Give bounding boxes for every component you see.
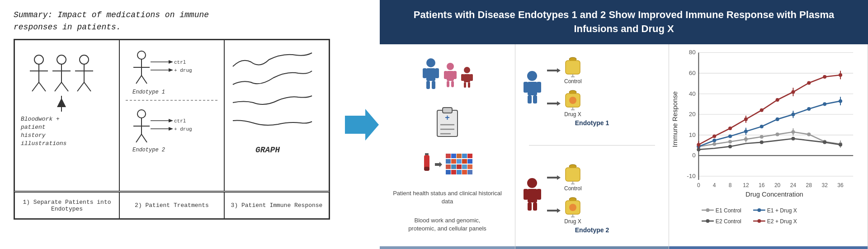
e1-ctrl-label: Control <box>564 78 582 85</box>
svg-line-9 <box>61 82 68 91</box>
svg-marker-125 <box>547 208 561 213</box>
svg-text:80: 80 <box>689 49 696 56</box>
header-text: Patients with Disease Endotypes 1 and 2 … <box>414 9 834 34</box>
endotype1-section: Control <box>522 57 662 127</box>
svg-point-199 <box>728 127 732 130</box>
bag-e1-drug <box>564 90 581 110</box>
svg-text:Endotype 2: Endotype 2 <box>132 147 165 153</box>
clipboard-svg: + <box>435 107 460 138</box>
svg-text:20: 20 <box>689 111 696 117</box>
svg-point-208 <box>706 208 709 212</box>
svg-text:36: 36 <box>837 182 844 188</box>
panel1-text-bottom: Blood work and genomic,proteomic, and ce… <box>408 216 486 233</box>
svg-marker-120 <box>547 175 561 180</box>
svg-text:28: 28 <box>806 182 812 188</box>
label-3-text: 3) Patient Immune Response <box>231 202 323 209</box>
svg-point-165 <box>728 140 732 143</box>
svg-rect-51 <box>423 68 427 78</box>
svg-rect-66 <box>468 82 470 88</box>
svg-text:+ drug: + drug <box>174 68 192 73</box>
cell3-svg: GRAPH <box>228 44 319 179</box>
svg-rect-89 <box>457 164 462 169</box>
svg-point-111 <box>569 97 576 104</box>
panel3-footer: 3. Patient Immune Response <box>669 246 868 249</box>
svg-marker-28 <box>169 60 173 64</box>
svg-point-0 <box>34 55 43 64</box>
svg-line-8 <box>55 82 61 91</box>
svg-point-217 <box>757 219 761 223</box>
svg-rect-86 <box>467 159 472 164</box>
svg-point-206 <box>839 73 842 77</box>
svg-line-4 <box>39 82 46 91</box>
label-2-text: 2) Patient Treatments <box>135 202 209 209</box>
svg-point-97 <box>527 71 537 81</box>
sketch-box: Bloodwork + patient history illustration… <box>14 39 330 220</box>
arrow-e2-ctrl <box>547 175 561 180</box>
svg-point-202 <box>776 98 779 102</box>
svg-marker-48 <box>345 109 379 141</box>
svg-text:ctrl: ctrl <box>174 60 186 65</box>
endotype1-row: Control <box>522 57 662 117</box>
bag-e2-ctrl <box>564 164 581 184</box>
svg-rect-50 <box>426 68 435 81</box>
small-arrow-svg <box>435 161 442 168</box>
svg-text:+: + <box>445 113 450 122</box>
sketch-cell-2: ctrl + drug Endotype 1 ctrl <box>119 40 224 191</box>
svg-rect-65 <box>464 82 466 88</box>
svg-rect-73 <box>425 153 429 155</box>
svg-text:Endotype 1: Endotype 1 <box>132 89 165 95</box>
sketch-title: Summary: Impact of medications on immune… <box>14 9 330 33</box>
patient-icons <box>421 57 474 89</box>
svg-point-184 <box>807 107 811 111</box>
svg-line-25 <box>136 75 142 84</box>
svg-text:E1 Control: E1 Control <box>716 207 741 214</box>
svg-rect-62 <box>464 74 470 82</box>
svg-text:patient: patient <box>20 124 46 131</box>
svg-rect-56 <box>447 71 454 81</box>
svg-point-5 <box>57 55 66 64</box>
sketch-label-2: 2) Patient Treatments <box>119 192 224 219</box>
drugx-bag-e1: Drug X <box>564 90 581 117</box>
svg-rect-75 <box>424 167 429 171</box>
svg-rect-78 <box>451 154 456 158</box>
svg-text:0: 0 <box>692 152 695 159</box>
svg-rect-53 <box>426 81 430 89</box>
svg-rect-101 <box>528 95 532 103</box>
svg-rect-54 <box>432 81 435 89</box>
svg-point-214 <box>706 219 709 223</box>
svg-point-190 <box>791 136 795 140</box>
endotype1-label-p2: Endotype 1 <box>575 119 609 127</box>
panel1-description: Patient health status and clinical histo… <box>393 190 502 205</box>
svg-rect-122 <box>566 168 580 181</box>
svg-rect-117 <box>537 189 541 200</box>
svg-rect-100 <box>537 82 541 93</box>
svg-rect-102 <box>533 95 537 103</box>
svg-point-180 <box>744 129 748 133</box>
svg-point-200 <box>744 117 748 121</box>
title-line1: Summary: Impact of medications on immune <box>14 10 209 19</box>
svg-text:12: 12 <box>743 182 749 188</box>
svg-point-186 <box>839 99 842 103</box>
svg-text:illustrations: illustrations <box>21 140 66 147</box>
svg-rect-90 <box>462 164 467 169</box>
svg-text:20: 20 <box>774 182 781 188</box>
svg-rect-60 <box>451 81 454 87</box>
svg-marker-108 <box>547 101 561 106</box>
svg-point-128 <box>569 204 576 211</box>
svg-rect-84 <box>457 159 462 164</box>
svg-point-22 <box>137 51 146 59</box>
svg-point-49 <box>426 58 435 67</box>
svg-rect-118 <box>528 202 532 211</box>
svg-rect-115 <box>528 189 537 202</box>
svg-rect-52 <box>435 68 439 78</box>
svg-point-201 <box>760 108 764 112</box>
person-medium-pink <box>442 62 458 89</box>
svg-marker-103 <box>547 68 561 73</box>
svg-point-114 <box>527 178 537 188</box>
infographic-panel: Patients with Disease Endotypes 1 and 2 … <box>380 0 868 249</box>
sketch-cell-1: Bloodwork + patient history illustration… <box>14 40 119 191</box>
svg-text:10: 10 <box>689 131 696 138</box>
svg-rect-116 <box>524 189 528 200</box>
endotype2-section: Control <box>522 164 662 234</box>
svg-rect-87 <box>446 164 451 169</box>
